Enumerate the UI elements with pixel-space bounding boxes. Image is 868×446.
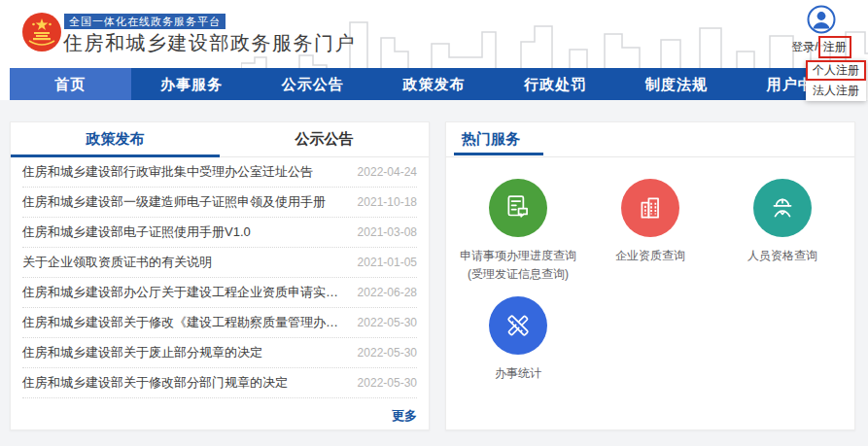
register-dropdown: 个人注册 法人注册 [806,60,866,101]
nav-item-announcements[interactable]: 公示公告 [252,68,373,100]
service-progress-query[interactable]: 申请事项办理进度查询 (受理发证信息查询) [452,179,584,283]
news-row[interactable]: 关于企业领取资质证书的有关说明 2021-01-05 [22,248,417,278]
news-date: 2022-04-24 [358,165,417,179]
hot-services-title-row: 热门服务 [446,122,854,157]
nav-item-policy[interactable]: 政策发布 [373,68,495,100]
news-title: 住房和城乡建设部关于修改部分部门规章的决定 [22,374,288,392]
national-emblem-logo [21,12,62,52]
news-title: 关于企业领取资质证书的有关说明 [22,254,212,271]
news-date: 2021-10-18 [358,195,417,209]
service-label: 企业资质查询 [584,247,716,265]
main-navigation: 首页 办事服务 公示公告 政策发布 行政处罚 制度法规 用户中心 [10,68,858,100]
nav-item-services[interactable]: 办事服务 [131,68,253,100]
portal-page: 全国一体化在线政务服务平台 住房和城乡建设部政务服务门户 登录/注册 首页 办事… [0,0,868,446]
dropdown-item-corporate-register[interactable]: 法人注册 [806,81,866,101]
login-widget: 登录/注册 [782,5,860,58]
personnel-qualification-icon [753,179,812,237]
progress-query-icon [489,179,547,237]
news-date: 2022-05-30 [358,346,417,360]
service-enterprise-qualification-query[interactable]: 企业资质查询 [584,179,716,283]
news-title: 住房和城乡建设部一级建造师电子证照申领及使用手册 [22,193,326,211]
news-row[interactable]: 住房和城乡建设部关于修改《建设工程勘察质量管理办法》的... 2022-05-3… [22,308,417,338]
news-date: 2022-05-30 [358,376,417,390]
news-list: 住房和城乡建设部行政审批集中受理办公室迁址公告 2022-04-24 住房和城乡… [11,157,429,398]
more-row: 更多 [11,398,429,425]
news-date: 2021-01-05 [358,256,417,269]
login-link[interactable]: 登录/ [791,40,817,53]
enterprise-qualification-icon [621,179,679,237]
service-label: 人员资格查询 [716,247,849,265]
service-label: 办事统计 [452,364,584,383]
news-date: 2022-06-28 [358,286,417,299]
register-link[interactable]: 注册 [818,36,851,58]
news-row[interactable]: 住房和城乡建设部行政审批集中受理办公室迁址公告 2022-04-24 [22,157,417,188]
news-date: 2022-05-30 [358,316,417,329]
user-icon[interactable] [807,5,836,34]
news-title: 住房和城乡建设部行政审批集中受理办公室迁址公告 [22,163,313,181]
news-date: 2021-03-08 [358,225,417,239]
nav-item-penalties[interactable]: 行政处罚 [495,68,616,100]
site-title: 住房和城乡建设部政务服务门户 [63,30,356,56]
news-row[interactable]: 住房和城乡建设部一级建造师电子证照申领及使用手册 2021-10-18 [22,188,417,218]
news-title: 住房和城乡建设部关于修改《建设工程勘察质量管理办法》的... [22,314,343,331]
tab-policy-release[interactable]: 政策发布 [11,122,220,156]
dropdown-item-personal-register[interactable]: 个人注册 [806,60,866,81]
service-personnel-qualification-query[interactable]: 人员资格查询 [716,179,849,283]
platform-badge: 全国一体化在线政务服务平台 [64,14,226,29]
news-row[interactable]: 住房和城乡建设部关于废止部分规章的决定 2022-05-30 [22,338,417,368]
news-title: 住房和城乡建设部办公厅关于建设工程企业资质申请实行无纸... [22,284,343,301]
service-statistics[interactable]: 办事统计 [452,296,584,383]
hot-services-panel: 热门服务 申请事项办理进度查询 (受理发证信息查询) [445,121,855,430]
statistics-icon [489,296,547,355]
services-grid: 申请事项办理进度查询 (受理发证信息查询) 企业资质查询 [446,157,854,396]
news-title: 住房和城乡建设部电子证照使用手册V1.0 [22,223,251,241]
news-title: 住房和城乡建设部关于废止部分规章的决定 [22,344,262,361]
tab-public-notice[interactable]: 公示公告 [220,122,429,156]
news-row[interactable]: 住房和城乡建设部电子证照使用手册V1.0 2021-03-08 [22,218,417,248]
service-label: 申请事项办理进度查询 (受理发证信息查询) [452,247,584,283]
header: 全国一体化在线政务服务平台 住房和城乡建设部政务服务门户 登录/注册 [0,0,868,68]
news-tabs: 政策发布 公示公告 [11,122,429,157]
more-link[interactable]: 更多 [392,408,417,423]
hot-services-title: 热门服务 [450,122,532,154]
nav-item-regulations[interactable]: 制度法规 [616,68,738,100]
nav-item-home[interactable]: 首页 [10,68,131,100]
news-row[interactable]: 住房和城乡建设部关于修改部分部门规章的决定 2022-05-30 [22,368,417,398]
login-register-label: 登录/注册 [782,36,860,58]
news-row[interactable]: 住房和城乡建设部办公厅关于建设工程企业资质申请实行无纸... 2022-06-2… [22,278,417,308]
news-panel: 政策发布 公示公告 住房和城乡建设部行政审批集中受理办公室迁址公告 2022-0… [10,121,430,430]
